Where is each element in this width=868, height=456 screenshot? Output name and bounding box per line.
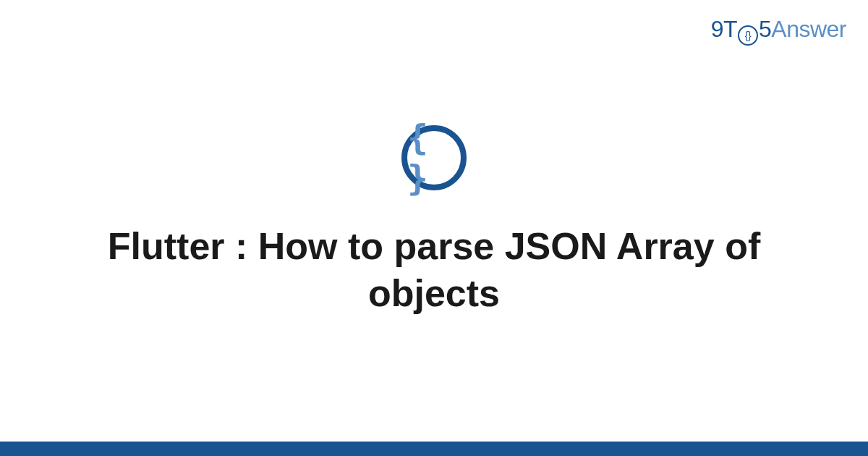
main-content: { } Flutter : How to parse JSON Array of… xyxy=(0,0,868,456)
category-icon-wrapper: { } xyxy=(401,125,467,190)
footer-accent-bar xyxy=(0,442,868,456)
article-title: Flutter : How to parse JSON Array of obj… xyxy=(72,223,796,317)
json-braces-icon: { } xyxy=(401,125,467,190)
